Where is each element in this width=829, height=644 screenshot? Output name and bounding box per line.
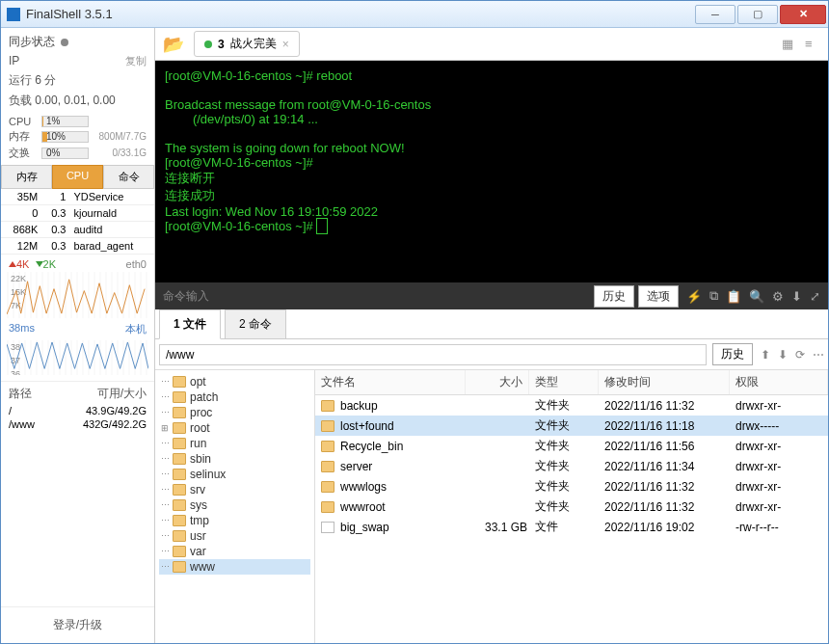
more-icon[interactable]: ⋯ <box>813 348 824 362</box>
download-icon[interactable]: ⬇ <box>791 289 802 304</box>
ping-host: 本机 <box>125 322 147 336</box>
file-list[interactable]: 文件名 大小 类型 修改时间 权限 backup文件夹2022/11/16 11… <box>315 370 828 643</box>
sidebar: 同步状态 IP复制 运行 6 分 负载 0.00, 0.01, 0.00 CPU… <box>1 28 155 643</box>
disk-path-hdr: 路径 <box>9 386 32 402</box>
net-graph: 22K15K7K <box>7 272 148 318</box>
uptime: 运行 6 分 <box>9 72 56 89</box>
tree-node[interactable]: ⋯srv <box>159 482 310 497</box>
proc-tab-cmd[interactable]: 命令 <box>103 165 154 189</box>
disk-row[interactable]: /www432G/492.2G <box>1 417 154 431</box>
tab-close-icon[interactable]: × <box>282 38 289 51</box>
login-button[interactable]: 登录/升级 <box>1 606 154 643</box>
proc-tab-cpu[interactable]: CPU <box>52 165 103 189</box>
file-row[interactable]: big_swap33.1 GB文件2022/11/16 19:02-rw-r--… <box>315 517 828 537</box>
expand-icon[interactable]: ⤢ <box>810 289 820 304</box>
copy-icon[interactable]: ⧉ <box>709 288 718 304</box>
connection-tab[interactable]: 3 战火完美 × <box>194 31 300 57</box>
folder-icon <box>321 420 334 432</box>
cmds-tab[interactable]: 2 命令 <box>225 309 286 338</box>
mem-meter: 内存10%800M/7.7G <box>1 128 154 145</box>
file-row[interactable]: Recycle_bin文件夹2022/11/16 11:56drwxr-xr- <box>315 436 828 456</box>
disk-usage-hdr: 可用/大小 <box>97 386 147 402</box>
file-row[interactable]: wwwlogs文件夹2022/11/16 11:32drwxr-xr- <box>315 476 828 496</box>
maximize-button[interactable]: ▢ <box>737 5 778 24</box>
paste-icon[interactable]: 📋 <box>726 289 741 304</box>
folder-icon <box>321 400 334 412</box>
search-icon[interactable]: 🔍 <box>749 289 764 304</box>
down-arrow-icon <box>36 261 43 267</box>
tree-node[interactable]: ⋯patch <box>159 389 310 405</box>
col-size[interactable]: 大小 <box>466 370 529 394</box>
tree-node[interactable]: ⋯sbin <box>159 451 310 467</box>
col-type[interactable]: 类型 <box>529 370 599 394</box>
bolt-icon[interactable]: ⚡ <box>686 289 702 304</box>
status-dot-icon <box>204 40 212 48</box>
tree-node[interactable]: ⋯www <box>159 559 310 575</box>
copy-button[interactable]: 复制 <box>125 54 147 68</box>
sync-label: 同步状态 <box>9 34 55 50</box>
file-row[interactable]: server文件夹2022/11/16 11:34drwxr-xr- <box>315 456 828 476</box>
ip-label: IP <box>9 54 19 68</box>
options-button[interactable]: 选项 <box>638 285 679 308</box>
refresh-icon[interactable]: ⟳ <box>795 348 805 362</box>
window-title: FinalShell 3.5.1 <box>26 7 695 21</box>
process-row[interactable]: 00.3kjournald <box>1 205 154 222</box>
ping-graph: 383736 <box>7 340 148 375</box>
folder-icon <box>321 441 334 452</box>
folder-tree[interactable]: ⋯opt⋯patch⋯proc⊞root⋯run⋯sbin⋯selinux⋯sr… <box>155 370 315 643</box>
tree-node[interactable]: ⋯run <box>159 436 310 451</box>
net-down: 2K <box>43 258 56 270</box>
process-table: 35M1YDService00.3kjournald868K0.3auditd1… <box>1 189 154 255</box>
tree-node[interactable]: ⋯sys <box>159 497 310 513</box>
list-view-icon[interactable]: ≡ <box>805 37 822 51</box>
history-button[interactable]: 历史 <box>594 285 634 308</box>
download2-icon[interactable]: ⬇ <box>778 348 788 362</box>
minimize-button[interactable]: ─ <box>695 5 735 24</box>
file-icon <box>321 522 334 533</box>
close-button[interactable]: ✕ <box>780 5 826 24</box>
file-row[interactable]: wwwroot文件夹2022/11/16 11:32drwxr-xr- <box>315 496 828 517</box>
ping-val: 38ms <box>9 322 35 336</box>
tree-node[interactable]: ⋯usr <box>159 528 310 544</box>
connection-tabbar: 📂 3 战火完美 × ▦ ≡ <box>155 28 828 61</box>
tree-node[interactable]: ⋯selinux <box>159 467 310 482</box>
tree-node[interactable]: ⊞root <box>159 420 310 436</box>
net-up: 4K <box>16 258 29 270</box>
titlebar: FinalShell 3.5.1 ─ ▢ ✕ <box>1 1 828 28</box>
disk-row[interactable]: /43.9G/49.2G <box>1 404 154 417</box>
file-row[interactable]: backup文件夹2022/11/16 11:32drwxr-xr- <box>315 395 828 416</box>
tree-node[interactable]: ⋯opt <box>159 374 310 389</box>
path-history-button[interactable]: 历史 <box>712 343 753 365</box>
cmd-input-label[interactable]: 命令输入 <box>163 288 209 305</box>
process-row[interactable]: 35M1YDService <box>1 189 154 205</box>
folder-icon <box>321 461 334 472</box>
tree-node[interactable]: ⋯proc <box>159 405 310 420</box>
upload-icon[interactable]: ⬆ <box>761 348 770 362</box>
gear-icon[interactable]: ⚙ <box>772 289 784 304</box>
col-name[interactable]: 文件名 <box>315 370 466 394</box>
path-input[interactable] <box>159 344 707 365</box>
terminal[interactable]: [root@VM-0-16-centos ~]# reboot Broadcas… <box>155 61 828 282</box>
proc-tab-mem[interactable]: 内存 <box>1 165 52 189</box>
file-row[interactable]: lost+found文件夹2022/11/16 11:18drwx----- <box>315 416 828 436</box>
process-row[interactable]: 868K0.3auditd <box>1 222 154 238</box>
cpu-meter: CPU1% <box>1 115 154 128</box>
folder-icon <box>321 481 334 493</box>
swap-meter: 交换0%0/33.1G <box>1 145 154 161</box>
col-perm[interactable]: 权限 <box>730 370 828 394</box>
sync-dot-icon <box>61 39 68 46</box>
net-iface: eth0 <box>126 258 147 270</box>
process-row[interactable]: 12M0.3barad_agent <box>1 238 154 255</box>
up-arrow-icon <box>9 261 16 267</box>
grid-view-icon[interactable]: ▦ <box>782 37 799 51</box>
tree-node[interactable]: ⋯tmp <box>159 513 310 528</box>
col-mtime[interactable]: 修改时间 <box>599 370 730 394</box>
load: 负载 0.00, 0.01, 0.00 <box>9 93 116 109</box>
files-tab[interactable]: 1 文件 <box>159 309 221 339</box>
open-folder-icon[interactable]: 📂 <box>161 34 186 55</box>
app-icon <box>7 8 20 21</box>
tree-node[interactable]: ⋯var <box>159 544 310 559</box>
folder-icon <box>321 501 334 513</box>
